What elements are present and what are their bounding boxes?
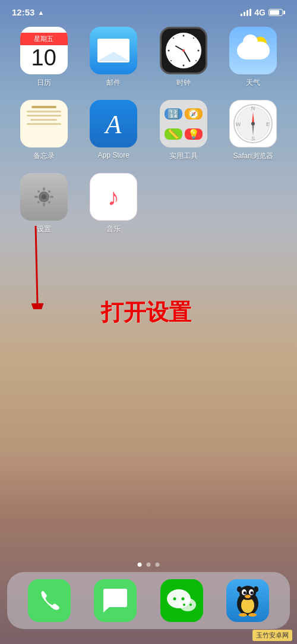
dock <box>7 572 290 629</box>
messages-icon <box>94 579 137 622</box>
svg-rect-26 <box>37 200 40 204</box>
svg-point-3 <box>168 50 169 52</box>
svg-rect-24 <box>37 190 40 193</box>
app-notes[interactable]: 备忘录 <box>12 100 76 161</box>
safari-compass-shape: N S W E <box>232 103 274 144</box>
music-icon: ♪ <box>90 173 137 221</box>
notes-icon <box>20 100 68 147</box>
appstore-icon: A <box>90 100 137 147</box>
music-note-shape: ♪ <box>98 181 129 212</box>
page-dot-3 <box>156 563 160 567</box>
message-bubble-shape <box>100 588 130 614</box>
app-grid: 星期五 10 日历 邮件 <box>0 21 297 234</box>
svg-text:N: N <box>251 105 255 111</box>
svg-rect-22 <box>34 196 38 198</box>
svg-point-6 <box>170 60 172 61</box>
svg-text:W: W <box>236 121 241 127</box>
dock-qq[interactable] <box>226 579 269 622</box>
svg-rect-21 <box>43 203 45 206</box>
wechat-bubbles-shape <box>164 586 200 615</box>
svg-rect-25 <box>48 190 51 193</box>
svg-text:A: A <box>104 110 122 139</box>
util-mini-3: 📏 <box>165 128 182 140</box>
svg-point-33 <box>173 598 176 601</box>
dock-messages[interactable] <box>94 579 137 622</box>
notes-line-1 <box>31 106 56 108</box>
mail-icon <box>90 27 137 74</box>
svg-point-45 <box>239 613 247 617</box>
clock-label: 时钟 <box>176 78 191 88</box>
weather-label: 天气 <box>246 78 260 88</box>
svg-text:S: S <box>251 136 255 142</box>
svg-point-17 <box>251 122 255 125</box>
svg-point-34 <box>181 598 184 601</box>
app-weather[interactable]: 天气 <box>222 27 286 88</box>
envelope-shape <box>97 39 129 62</box>
dock-phone[interactable] <box>28 579 71 622</box>
svg-point-48 <box>254 586 258 592</box>
svg-point-36 <box>189 604 192 606</box>
mail-label: 邮件 <box>106 78 121 88</box>
calendar-weekday: 星期五 <box>20 33 68 45</box>
qq-penguin-shape <box>232 585 263 617</box>
svg-point-0 <box>182 35 184 37</box>
notes-line-4 <box>30 119 57 121</box>
signal-icon <box>241 9 251 16</box>
svg-point-4 <box>193 37 194 39</box>
app-utilities[interactable]: 🔢 🧭 📏 💡 实用工具 <box>151 100 216 161</box>
location-icon: ▲ <box>37 9 44 16</box>
page-dots <box>138 563 160 567</box>
app-clock[interactable]: 时钟 <box>151 27 216 88</box>
status-bar: 12:53 ▲ 4G <box>0 0 297 21</box>
time-display: 12:53 <box>12 7 34 17</box>
notes-label: 备忘录 <box>33 151 55 161</box>
appstore-label: App Store <box>98 151 129 159</box>
safari-label: Safari浏览器 <box>233 151 273 161</box>
svg-point-43 <box>251 591 254 594</box>
status-right: 4G <box>241 8 285 17</box>
annotation-text: 打开设置 <box>101 297 191 328</box>
svg-point-7 <box>173 37 174 39</box>
notes-line-2 <box>27 111 61 112</box>
appstore-a-shape: A <box>98 108 129 139</box>
svg-point-2 <box>182 65 184 67</box>
page-dot-2 <box>147 563 151 567</box>
util-mini-2: 🧭 <box>185 108 203 120</box>
app-safari[interactable]: N S W E Safari浏览器 <box>222 100 286 161</box>
svg-rect-27 <box>48 200 51 204</box>
phone-icon <box>28 579 71 622</box>
svg-text:E: E <box>266 121 270 127</box>
settings-icon <box>20 173 68 221</box>
cloud-shape <box>237 42 270 59</box>
app-calendar[interactable]: 星期五 10 日历 <box>12 27 76 88</box>
app-mail[interactable]: 邮件 <box>82 27 146 88</box>
notes-line-5 <box>27 123 61 125</box>
utilities-icon: 🔢 🧭 📏 💡 <box>160 100 207 147</box>
svg-point-42 <box>244 591 247 594</box>
weather-icon <box>229 27 277 74</box>
status-left: 12:53 ▲ <box>12 7 44 17</box>
svg-point-47 <box>237 586 242 592</box>
svg-text:♪: ♪ <box>108 184 119 210</box>
clock-center-dot <box>182 49 185 52</box>
dock-wechat[interactable] <box>160 579 203 622</box>
clock-face <box>166 33 201 68</box>
svg-point-19 <box>42 194 46 199</box>
phone-symbol <box>36 588 62 614</box>
svg-point-46 <box>248 613 257 617</box>
calendar-date: 10 <box>31 45 56 69</box>
wechat-icon <box>160 579 203 622</box>
calendar-label: 日历 <box>37 78 51 88</box>
svg-rect-23 <box>50 196 53 198</box>
notes-line-3 <box>27 115 61 117</box>
svg-point-5 <box>195 60 197 61</box>
arrow-svg <box>0 214 175 309</box>
network-type: 4G <box>254 8 266 17</box>
svg-point-1 <box>197 50 199 52</box>
page-dot-1 <box>138 563 142 567</box>
gear-icon <box>29 181 59 212</box>
battery-icon <box>268 9 285 16</box>
utilities-label: 实用工具 <box>169 151 198 161</box>
watermark: 玉竹安卓网 <box>252 630 292 641</box>
app-appstore[interactable]: A App Store <box>82 100 146 161</box>
